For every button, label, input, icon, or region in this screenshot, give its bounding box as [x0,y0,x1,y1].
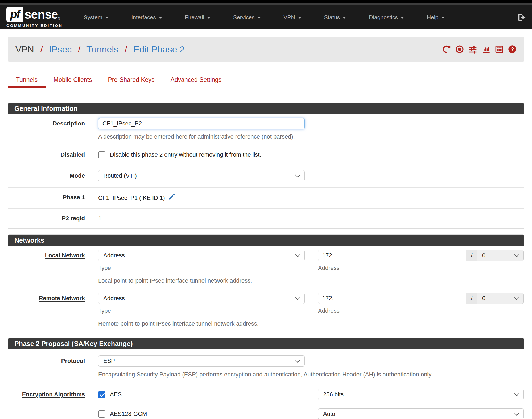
breadcrumb-ipsec-link[interactable]: IPsec [49,44,72,54]
window-second-strip [0,3,532,5]
chevron-down-icon [401,17,404,19]
window-top-strip [0,0,532,3]
chevron-down-icon [258,17,261,19]
chevron-down-icon [159,17,162,19]
aes128gcm-checkbox[interactable] [98,410,105,418]
form-row-description: Description A description may be entered… [8,114,524,145]
nav-firewall[interactable]: Firewall [174,14,222,21]
form-row-remote-network: Remote Network Address Type Remote point… [8,289,524,332]
encryption-algorithms-label: Encryption Algorithms [8,390,85,399]
bar-chart-icon[interactable] [482,45,490,54]
nav-status[interactable]: Status [313,14,358,21]
chevron-down-icon [441,17,444,19]
phase1-value: CF1_IPsec_P1 (IKE ID 1) [98,193,165,202]
tab-advanced-settings[interactable]: Advanced Settings [163,73,230,91]
mode-label: Mode [8,170,85,181]
panel-title: Networks [8,235,524,246]
nav-interfaces[interactable]: Interfaces [120,14,174,21]
p2reqid-value: 1 [98,214,101,223]
remote-address-caption: Address [318,307,524,315]
page-content: VPN / IPsec / Tunnels / Edit Phase 2 [0,37,532,419]
panel-title: General Information [8,103,524,114]
form-row-local-network: Local Network Address Type Local point-t… [8,246,524,289]
stop-circle-icon[interactable] [455,45,464,54]
nav-vpn[interactable]: VPN [272,14,313,21]
panel-general-information: General Information Description A descri… [8,103,524,229]
tab-mobile-clients[interactable]: Mobile Clients [46,73,100,91]
local-network-type-select[interactable]: Address [98,250,305,261]
panel-phase2-proposal: Phase 2 Proposal (SA/Key Exchange) Proto… [8,338,524,419]
aes128gcm-keylen-select[interactable]: Auto [318,408,524,419]
breadcrumb: VPN / IPsec / Tunnels / Edit Phase 2 [15,44,185,55]
tab-pre-shared-keys[interactable]: Pre-Shared Keys [100,73,162,91]
aes128gcm-checkbox-label: AES128-GCM [110,409,147,418]
tab-bar: Tunnels Mobile Clients Pre-Shared Keys A… [8,73,524,91]
remote-address-input[interactable] [318,293,466,304]
nav-help[interactable]: Help [415,14,456,21]
local-network-help: Local point-to-point IPsec interface tun… [98,277,305,284]
remote-type-caption: Type [98,307,305,315]
svg-text:?: ? [511,46,514,52]
refresh-icon[interactable] [442,45,451,54]
breadcrumb-vpn: VPN [15,44,34,54]
help-icon[interactable]: ? [508,45,517,54]
protocol-select[interactable]: ESP [98,355,305,367]
registered-mark: ® [58,17,60,21]
main-menu: System Interfaces Firewall Services VPN … [72,14,456,21]
description-input[interactable] [98,118,305,129]
form-row-disabled: Disabled Disable this phase 2 entry with… [8,145,524,165]
description-help: A description may be entered here for ad… [98,133,524,140]
aes-keylen-select[interactable]: 256 bits [318,389,524,400]
form-row-encryption-aes: Encryption Algorithms AES 256 bits [8,385,524,404]
protocol-help: Encapsulating Security Payload (ESP) per… [98,371,524,378]
nav-services[interactable]: Services [222,14,272,21]
disabled-label: Disabled [8,150,85,159]
nav-diagnostics[interactable]: Diagnostics [357,14,415,21]
sliders-icon[interactable] [468,45,477,54]
nav-system[interactable]: System [72,14,120,21]
edit-pencil-icon[interactable] [168,193,176,203]
breadcrumb-toolbar: ? [442,45,517,54]
breadcrumb-bar: VPN / IPsec / Tunnels / Edit Phase 2 [8,37,524,62]
top-navbar: pf sense ® COMMUNITY EDITION System Inte… [0,5,532,29]
form-row-phase1: Phase 1 CF1_IPsec_P1 (IKE ID 1) [8,187,524,208]
local-type-caption: Type [98,264,305,272]
local-address-input[interactable] [318,250,466,261]
address-separator: / [466,293,477,304]
form-row-mode: Mode Routed (VTI) [8,165,524,187]
phase1-label: Phase 1 [8,193,85,203]
protocol-label: Protocol [8,355,85,378]
breadcrumb-tunnels-link[interactable]: Tunnels [86,44,118,54]
local-mask-select[interactable]: 0 [477,250,524,261]
chevron-down-icon [207,17,210,19]
remote-address-group: / 0 [318,293,524,304]
disabled-checkbox[interactable] [98,151,105,158]
chevron-down-icon [105,17,109,19]
form-row-protocol: Protocol ESP Encapsulating Security Payl… [8,349,524,385]
disabled-checkbox-label: Disable this phase 2 entry without remov… [110,150,261,159]
sign-out-icon[interactable] [517,13,527,22]
panel-networks: Networks Local Network Address Type Loca… [8,234,524,332]
p2reqid-label: P2 reqid [8,214,85,223]
pf-logo-box: pf [6,7,23,22]
list-icon[interactable] [495,45,504,54]
brand-text: sense [24,7,58,22]
local-address-group: / 0 [318,250,524,261]
remote-network-help: Remote point-to-point IPsec interface tu… [98,320,305,327]
tab-tunnels[interactable]: Tunnels [8,73,46,91]
local-network-label: Local Network [8,250,85,284]
description-label: Description [8,118,85,140]
mode-select[interactable]: Routed (VTI) [98,170,305,181]
form-row-encryption-aes128gcm: AES128-GCM Auto [8,404,524,419]
local-address-caption: Address [318,264,524,272]
chevron-down-icon [343,17,346,19]
remote-network-label: Remote Network [8,293,85,327]
panel-title: Phase 2 Proposal (SA/Key Exchange) [8,338,524,349]
breadcrumb-edit-phase2-link[interactable]: Edit Phase 2 [133,44,185,54]
aes-checkbox[interactable] [98,391,105,398]
form-row-p2reqid: P2 reqid 1 [8,208,524,228]
remote-network-type-select[interactable]: Address [98,293,305,304]
edition-label: COMMUNITY EDITION [6,23,63,28]
remote-mask-select[interactable]: 0 [477,293,524,304]
pfsense-logo[interactable]: pf sense ® COMMUNITY EDITION [6,7,63,28]
